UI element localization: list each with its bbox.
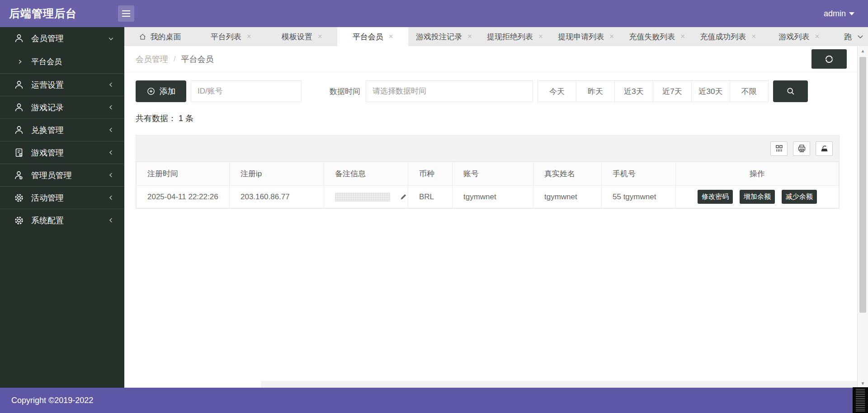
close-icon[interactable]: × [467, 32, 472, 41]
search-button[interactable] [773, 80, 808, 102]
col-account: 账号 [453, 162, 533, 186]
table-card: 注册时间 注册ip 备注信息 币种 账号 真实姓名 手机号 操作 2025-04… [136, 135, 840, 209]
refresh-button[interactable] [811, 49, 847, 69]
chevron-left-icon [108, 104, 114, 111]
range-today-button[interactable]: 今天 [538, 80, 576, 102]
breadcrumb-current: 平台会员 [181, 54, 213, 65]
column-toggle-button[interactable] [770, 141, 788, 156]
col-phone: 手机号 [602, 162, 676, 186]
sidebar-subitem-label: 平台会员 [31, 56, 62, 67]
tab-template-settings[interactable]: 模板设置 × [266, 27, 337, 46]
sidebar-item-label: 系统配置 [31, 215, 108, 226]
range-unlimited-button[interactable]: 不限 [730, 80, 769, 102]
close-icon[interactable]: × [318, 32, 322, 41]
sidebar-item-system-config[interactable]: 系统配置 [0, 209, 124, 231]
close-icon[interactable]: × [247, 32, 251, 41]
scroll-down-arrow-icon[interactable]: ▼ [858, 381, 868, 386]
col-actions: 操作 [676, 162, 839, 186]
footer: Copyright ©2019-2022 [0, 388, 868, 413]
sidebar-item-game-management[interactable]: 游戏管理 [0, 141, 124, 164]
add-balance-button[interactable]: 增加余额 [740, 190, 775, 204]
user-icon [14, 33, 24, 44]
close-icon[interactable]: × [751, 32, 756, 41]
edit-pencil-icon[interactable] [399, 192, 408, 201]
id-account-input[interactable] [191, 80, 302, 102]
tab-bar: 我的桌面 平台列表 × 模板设置 × 平台会员 × 游戏投注记录 × 提现拒绝列… [124, 27, 868, 46]
hamburger-menu-icon[interactable] [118, 5, 134, 22]
add-button[interactable]: 添加 [136, 80, 186, 102]
chevron-left-icon [108, 217, 114, 224]
breadcrumb-section[interactable]: 会员管理 [136, 54, 168, 65]
tab-label: 游戏投注记录 [416, 32, 462, 42]
tab-platform-list[interactable]: 平台列表 × [195, 27, 266, 46]
add-button-label: 添加 [160, 86, 176, 97]
chevron-left-icon [108, 127, 114, 133]
print-button[interactable] [793, 141, 810, 156]
gear-icon [14, 215, 24, 226]
chevron-down-icon [108, 35, 114, 42]
user-icon [14, 125, 24, 136]
tab-recharge-failed-list[interactable]: 充值失败列表 × [622, 27, 693, 46]
tab-my-desktop[interactable]: 我的桌面 [124, 27, 195, 46]
vertical-scrollbar[interactable]: ▲ ▼ [857, 46, 868, 388]
printer-icon [797, 144, 807, 153]
user-menu[interactable]: admin [824, 0, 854, 27]
tab-recharge-success-list[interactable]: 充值成功列表 × [693, 27, 764, 46]
gear-icon [14, 192, 24, 203]
date-range-input[interactable] [366, 80, 533, 102]
chevron-left-icon [108, 194, 114, 201]
sidebar-item-operation-settings[interactable]: 运营设置 [0, 73, 124, 96]
user-icon [14, 80, 24, 90]
form-icon [14, 147, 24, 158]
tab-platform-members[interactable]: 平台会员 × [337, 27, 408, 46]
chevron-down-icon [849, 12, 854, 15]
tab-overflow-dropdown[interactable] [853, 27, 868, 46]
close-icon[interactable]: × [609, 32, 614, 41]
close-icon[interactable]: × [680, 32, 685, 41]
filter-toolbar: 添加 数据时间 今天 昨天 近3天 近7天 近30天 不限 [136, 80, 857, 102]
columns-icon [774, 144, 784, 153]
export-button[interactable] [816, 141, 833, 156]
chevron-left-icon [108, 81, 114, 88]
scroll-up-arrow-icon[interactable]: ▲ [858, 48, 868, 53]
username-label: admin [824, 9, 846, 19]
close-icon[interactable]: × [389, 32, 393, 41]
sidebar: 会员管理 平台会员 运营设置 游戏记录 [0, 27, 124, 388]
range-yesterday-button[interactable]: 昨天 [576, 80, 615, 102]
admin-app: 后端管理后台 admin 会员管理 平台会员 运营设置 [0, 0, 868, 413]
horizontal-scrollbar[interactable] [261, 381, 857, 388]
close-icon[interactable]: × [815, 32, 819, 41]
range-3days-button[interactable]: 近3天 [614, 80, 653, 102]
tab-label: 平台列表 [211, 32, 241, 42]
sidebar-item-game-records[interactable]: 游戏记录 [0, 96, 124, 118]
redacted-remark [335, 192, 390, 202]
close-icon[interactable]: × [538, 32, 543, 41]
sidebar-subitem-platform-members[interactable]: 平台会员 [0, 50, 124, 73]
col-currency: 币种 [408, 162, 453, 186]
tab-label: 提现申请列表 [558, 32, 604, 42]
reduce-balance-button[interactable]: 减少余额 [782, 190, 817, 204]
sidebar-item-member-management[interactable]: 会员管理 [0, 27, 124, 50]
refresh-icon [824, 54, 835, 65]
search-icon [786, 86, 796, 96]
sidebar-item-admin-management[interactable]: 管理员管理 [0, 164, 124, 186]
tab-label: 提现拒绝列表 [487, 32, 533, 42]
table-toolbar [136, 136, 839, 162]
scrollbar-thumb[interactable] [859, 57, 866, 313]
table-row: 2025-04-11 22:22:26 203.160.86.77 BRL [137, 186, 839, 208]
range-30days-button[interactable]: 近30天 [691, 80, 730, 102]
cell-reg-time: 2025-04-11 22:22:26 [137, 186, 230, 208]
range-7days-button[interactable]: 近7天 [653, 80, 692, 102]
tab-label: 模板设置 [282, 32, 312, 42]
admin-user-icon [14, 170, 24, 181]
col-reg-ip: 注册ip [230, 162, 324, 186]
tab-game-bet-records[interactable]: 游戏投注记录 × [408, 27, 479, 46]
sidebar-item-activity-management[interactable]: 活动管理 [0, 186, 124, 209]
tab-withdraw-request-list[interactable]: 提现申请列表 × [551, 27, 622, 46]
tab-withdraw-rejected-list[interactable]: 提现拒绝列表 × [479, 27, 550, 46]
sidebar-item-label: 活动管理 [31, 192, 108, 203]
change-password-button[interactable]: 修改密码 [698, 190, 733, 204]
tab-game-list[interactable]: 游戏列表 × [764, 27, 835, 46]
sidebar-item-exchange-management[interactable]: 兑换管理 [0, 118, 124, 141]
tab-truncated[interactable]: 跑 [835, 27, 853, 46]
